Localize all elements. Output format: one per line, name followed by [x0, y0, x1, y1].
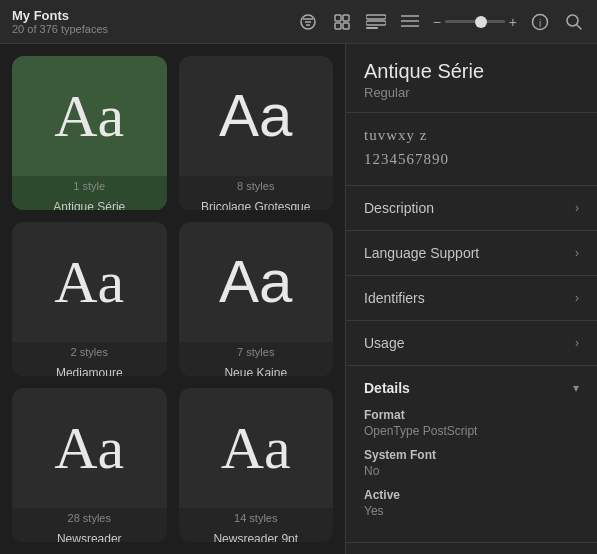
section-label-identifiers: Identifiers: [364, 290, 425, 306]
font-card-antique-serie[interactable]: Aa 1 style Antique Série: [12, 56, 167, 210]
font-card-name: Bricolage Grotesque: [179, 196, 334, 210]
font-details-header: Antique Série Regular: [346, 44, 597, 113]
section-chevron-usage-icon: ›: [575, 336, 579, 350]
svg-rect-8: [366, 15, 386, 19]
font-card-name: Mediamoure: [12, 362, 167, 376]
detail-key: System Font: [364, 448, 579, 462]
font-preview-text: Aa: [54, 418, 124, 478]
font-card-styles: 28 styles: [12, 508, 167, 528]
svg-rect-6: [335, 23, 341, 29]
font-card-preview: Aa: [12, 222, 167, 342]
section-label-language-support: Language Support: [364, 245, 479, 261]
svg-line-17: [577, 24, 582, 29]
section-identifiers[interactable]: Identifiers ›: [346, 276, 597, 321]
font-card-mediamoure[interactable]: Aa 2 styles Mediamoure: [12, 222, 167, 376]
section-label-usage: Usage: [364, 335, 404, 351]
slider-plus-icon[interactable]: +: [509, 14, 517, 30]
font-preview-text: Aa: [221, 418, 291, 478]
svg-rect-5: [343, 15, 349, 21]
font-card-name: Antique Série: [12, 196, 167, 210]
size-slider[interactable]: − +: [433, 14, 517, 30]
font-card-styles: 8 styles: [179, 176, 334, 196]
section-description[interactable]: Description ›: [346, 186, 597, 231]
font-card-styles: 7 styles: [179, 342, 334, 362]
section-usage[interactable]: Usage ›: [346, 321, 597, 366]
preview-line1: tuvwxy z: [364, 123, 579, 147]
detail-value: Yes: [364, 504, 579, 518]
font-card-newsreader-9pt[interactable]: Aa 14 styles Newsreader 9pt: [179, 388, 334, 542]
section-language-support[interactable]: Language Support ›: [346, 231, 597, 276]
grid-view-icon[interactable]: [331, 11, 353, 33]
svg-text:i: i: [539, 17, 541, 28]
app-title: My Fonts: [12, 8, 287, 23]
detail-item-system-font: System Font No: [364, 448, 579, 478]
toolbar-title-area: My Fonts 20 of 376 typefaces: [12, 8, 287, 35]
details-section: Details ▾ Format OpenType PostScript Sys…: [346, 366, 597, 543]
font-card-neue-kaine[interactable]: Aa 7 styles Neue Kaine: [179, 222, 334, 376]
detail-key: Format: [364, 408, 579, 422]
section-chevron-identifiers-icon: ›: [575, 291, 579, 305]
details-header-row[interactable]: Details ▾: [364, 380, 579, 396]
svg-rect-7: [343, 23, 349, 29]
font-detail-style: Regular: [364, 85, 579, 100]
main-content: Aa 1 style Antique Série Aa 8 styles Bri…: [0, 44, 597, 554]
toolbar: My Fonts 20 of 376 typefaces: [0, 0, 597, 44]
font-preview-text: Aa: [54, 86, 124, 146]
font-card-preview: Aa: [179, 388, 334, 508]
font-preview-chars: tuvwxy z 1234567890: [346, 113, 597, 186]
font-card-name: Newsreader: [12, 528, 167, 542]
font-card-newsreader[interactable]: Aa 28 styles Newsreader: [12, 388, 167, 542]
section-chevron-language-support-icon: ›: [575, 246, 579, 260]
font-details-panel: Antique Série Regular tuvwxy z 123456789…: [345, 44, 597, 554]
detail-value: No: [364, 464, 579, 478]
lines-view-icon[interactable]: [399, 11, 421, 33]
detail-items: Format OpenType PostScript System Font N…: [364, 408, 579, 518]
svg-rect-9: [366, 21, 386, 25]
font-card-name: Newsreader 9pt: [179, 528, 334, 542]
preview-line2: 1234567890: [364, 147, 579, 171]
font-preview-text: Aa: [54, 252, 124, 312]
font-card-styles: 14 styles: [179, 508, 334, 528]
detail-value: OpenType PostScript: [364, 424, 579, 438]
slider-minus-icon[interactable]: −: [433, 14, 441, 30]
font-card-preview: Aa: [179, 56, 334, 176]
section-chevron-description-icon: ›: [575, 201, 579, 215]
slider-track[interactable]: [445, 20, 505, 23]
detail-item-format: Format OpenType PostScript: [364, 408, 579, 438]
list-view-icon[interactable]: [365, 11, 387, 33]
search-icon[interactable]: [563, 11, 585, 33]
font-grid: Aa 1 style Antique Série Aa 8 styles Bri…: [0, 44, 345, 554]
filter-icon[interactable]: [297, 11, 319, 33]
details-chevron-down-icon: ▾: [573, 381, 579, 395]
font-card-styles: 1 style: [12, 176, 167, 196]
font-preview-text: Aa: [219, 86, 292, 146]
font-card-preview: Aa: [12, 56, 167, 176]
detail-key: Active: [364, 488, 579, 502]
details-title: Details: [364, 380, 410, 396]
detail-item-active: Active Yes: [364, 488, 579, 518]
font-card-name: Neue Kaine: [179, 362, 334, 376]
svg-rect-10: [366, 27, 378, 29]
sections-container: Description › Language Support › Identif…: [346, 186, 597, 366]
font-preview-text: Aa: [219, 252, 292, 312]
font-card-bricolage-grotesque[interactable]: Aa 8 styles Bricolage Grotesque: [179, 56, 334, 210]
font-card-styles: 2 styles: [12, 342, 167, 362]
info-icon[interactable]: i: [529, 11, 551, 33]
font-card-preview: Aa: [179, 222, 334, 342]
svg-rect-4: [335, 15, 341, 21]
section-label-description: Description: [364, 200, 434, 216]
slider-thumb[interactable]: [475, 16, 487, 28]
toolbar-icons: − + i: [297, 11, 585, 33]
font-detail-name: Antique Série: [364, 60, 579, 83]
font-count: 20 of 376 typefaces: [12, 23, 287, 35]
font-card-preview: Aa: [12, 388, 167, 508]
